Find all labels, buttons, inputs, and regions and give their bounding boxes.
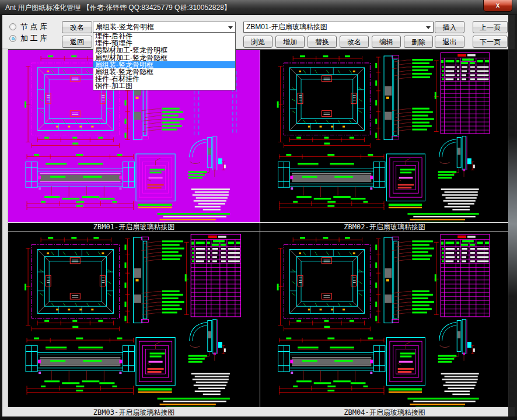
dropdown-item-selected[interactable]: 扇组装-竖龙骨明框 — [93, 61, 235, 68]
category-dropdown-list: 埋件-后补件 埋件-预埋件 扇型材加工-竖龙骨明框 扇型材加工-竖龙骨隐框 扇组… — [93, 32, 236, 90]
radio-circle-icon[interactable] — [9, 23, 16, 30]
next-page-button[interactable]: 下一页 — [473, 36, 508, 48]
quadrant-divider-vertical — [260, 50, 260, 407]
dialog-left-strip — [2, 49, 8, 407]
dropdown-item[interactable]: 扇组装-竖龙骨隐框 — [93, 68, 235, 75]
prev-page-button[interactable]: 上一页 — [473, 21, 508, 33]
category-combobox[interactable]: 扇组装-竖龙骨明框 — [93, 22, 236, 33]
drawing-combobox-value: ZBM01-开启扇玻璃粘接图 — [246, 23, 327, 31]
browse-button[interactable]: 浏览 — [243, 36, 273, 48]
replace-button[interactable]: 替换 — [308, 36, 337, 48]
bottom-caption-bar: ZBM03-开启扇玻璃粘接图 ZBM04-开启扇玻璃粘接图 — [2, 407, 515, 416]
drawing-caption-zbm02: ZBM02-开启扇玻璃粘接图 — [261, 223, 508, 231]
radio-process-library[interactable]: 加 工 库 — [9, 34, 47, 43]
dropdown-item[interactable]: 埋件-后补件 — [93, 33, 235, 40]
drawing-caption-zbm01: ZBM01-开启扇玻璃粘接图 — [8, 223, 260, 231]
rename-button[interactable]: 改名 — [62, 21, 92, 33]
caption-strip-border — [8, 231, 508, 232]
cad-drawing-zbm04[interactable] — [261, 232, 508, 407]
exit-button[interactable]: 退出 — [435, 36, 464, 48]
radio-node-library[interactable]: 节 点 库 — [9, 23, 47, 31]
category-combobox-value: 扇组装-竖龙骨明框 — [96, 23, 154, 31]
edit-button[interactable]: 编辑 — [372, 36, 401, 48]
add-button[interactable]: 增加 — [275, 36, 305, 48]
toolbar: 节 点 库 加 工 库 改名 返回 扇组装-竖龙骨明框 ZBM01-开启扇玻璃粘… — [2, 15, 515, 49]
window-frame-right — [508, 15, 517, 416]
window-frame-left — [0, 15, 2, 420]
radio-process-library-label: 加 工 库 — [20, 33, 47, 44]
window-frame-bottom — [0, 416, 517, 420]
window-title: Ant 用户图纸标准化管理 【作者:张铎铧 QQ:83425779 Q群:310… — [5, 3, 231, 13]
chevron-down-icon[interactable] — [228, 26, 233, 29]
chevron-down-icon[interactable] — [426, 26, 431, 29]
cad-drawing-zbm03[interactable] — [8, 232, 260, 407]
radio-circle-selected-icon[interactable] — [9, 35, 16, 42]
close-button[interactable]: x — [483, 0, 512, 12]
radio-node-library-label: 节 点 库 — [20, 22, 47, 32]
dropdown-item[interactable]: 钢件-加工图 — [93, 82, 235, 89]
insert-button[interactable]: 插入 — [435, 21, 464, 33]
title-bar: Ant 用户图纸标准化管理 【作者:张铎铧 QQ:83425779 Q群:310… — [0, 0, 517, 15]
dropdown-item[interactable]: 埋件-预埋件 — [93, 40, 235, 47]
drawing-combobox[interactable]: ZBM01-开启扇玻璃粘接图 — [243, 22, 434, 33]
app-window: Ant 用户图纸标准化管理 【作者:张铎铧 QQ:83425779 Q群:310… — [0, 0, 517, 420]
dropdown-item[interactable]: 挂件-石材挂件 — [93, 75, 235, 82]
rename-item-button[interactable]: 改名 — [340, 36, 369, 48]
return-button[interactable]: 返回 — [62, 36, 92, 48]
dropdown-item[interactable]: 扇型材加工-竖龙骨隐框 — [93, 54, 235, 61]
delete-button[interactable]: 删除 — [404, 36, 433, 48]
dropdown-item[interactable]: 扇型材加工-竖龙骨明框 — [93, 47, 235, 54]
cad-canvas: ZBM01-开启扇玻璃粘接图 ZBM02-开启扇玻璃粘接图 — [8, 50, 508, 407]
cad-drawing-zbm02[interactable] — [261, 50, 508, 222]
